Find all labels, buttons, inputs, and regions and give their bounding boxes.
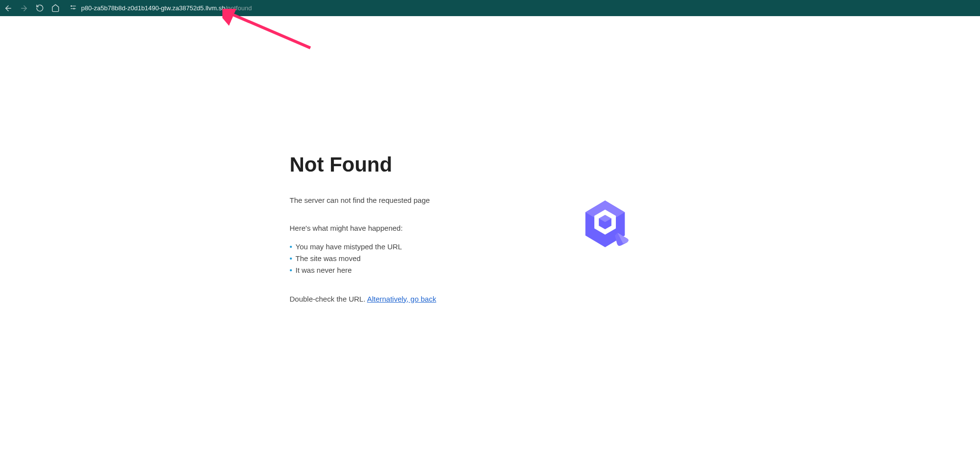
home-button[interactable] [51, 4, 60, 13]
error-title: Not Found [290, 153, 691, 176]
site-settings-icon[interactable] [69, 3, 77, 13]
back-button[interactable] [4, 4, 13, 13]
quasar-logo-icon [578, 197, 632, 251]
url-text: p80-za5b78b8d-z0d1b1490-gtw.za38752d5.ll… [81, 4, 252, 12]
error-footer: Double-check the URL. Alternatively, go … [290, 295, 691, 303]
list-item: The site was moved [290, 253, 691, 264]
url-host: p80-za5b78b8d-z0d1b1490-gtw.za38752d5.ll… [81, 4, 225, 12]
url-path: /notfound [225, 4, 252, 12]
footer-text: Double-check the URL. [290, 295, 367, 303]
svg-point-2 [71, 5, 72, 6]
svg-point-4 [73, 8, 74, 9]
page-content: Not Found The server can not find the re… [0, 16, 980, 459]
go-back-link[interactable]: Alternatively, go back [367, 295, 436, 303]
list-item: It was never here [290, 264, 691, 276]
reload-button[interactable] [35, 4, 44, 13]
forward-button[interactable] [20, 4, 28, 13]
address-bar[interactable]: p80-za5b78b8d-z0d1b1490-gtw.za38752d5.ll… [69, 3, 252, 13]
error-container: Not Found The server can not find the re… [290, 153, 691, 303]
browser-toolbar: p80-za5b78b8d-z0d1b1490-gtw.za38752d5.ll… [0, 0, 980, 16]
